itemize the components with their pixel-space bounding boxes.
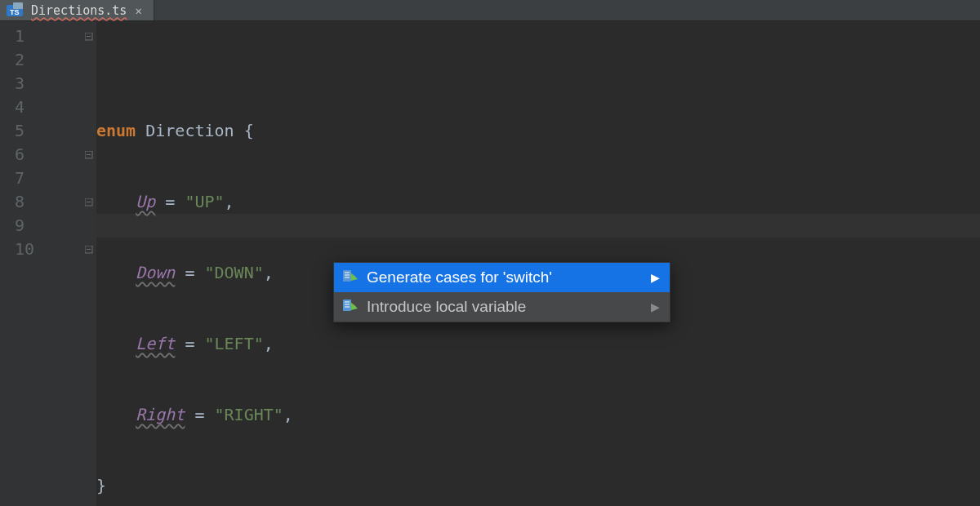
code-line[interactable]: Left = "LEFT", [96, 332, 980, 356]
typescript-file-icon: TS [7, 2, 23, 19]
svg-rect-17 [343, 300, 351, 311]
line-number: 4 [15, 95, 82, 119]
submenu-arrow-icon: ▶ [651, 300, 660, 313]
gutter: 1 2 3 4 5 6 7 8 9 10 [0, 21, 82, 506]
intention-item-label: Generate cases for 'switch' [367, 269, 643, 286]
line-number: 2 [15, 48, 82, 72]
caret-row-highlight [96, 214, 980, 237]
tab-close-icon[interactable]: ✕ [135, 5, 141, 16]
fold-marker-close-icon[interactable] [82, 143, 96, 166]
svg-text:TS: TS [10, 8, 20, 16]
line-number: 6 [15, 143, 82, 166]
tab-directions-ts[interactable]: TS Directions.ts ✕ [0, 0, 154, 20]
code-line[interactable]: } [96, 474, 980, 498]
line-number: 10 [15, 237, 82, 261]
fold-marker-open-icon[interactable] [82, 24, 96, 48]
svg-marker-15 [350, 273, 358, 281]
fold-marker-open-icon[interactable] [82, 190, 96, 214]
line-number: 3 [15, 72, 82, 95]
tab-filename: Directions.ts [31, 3, 127, 18]
code-line[interactable]: Up = "UP", [96, 190, 980, 214]
svg-marker-21 [350, 302, 358, 310]
submenu-arrow-icon: ▶ [651, 271, 660, 284]
intention-item-introduce-local-variable[interactable]: Introduce local variable ▶ [334, 292, 670, 322]
fold-marker-close-icon[interactable] [82, 237, 96, 261]
line-number: 5 [15, 119, 82, 143]
line-number: 7 [15, 166, 82, 190]
fold-column [82, 21, 96, 506]
intention-item-generate-switch-cases[interactable]: Generate cases for 'switch' ▶ [334, 263, 670, 292]
line-number: 1 [15, 24, 82, 48]
code-line[interactable]: enum Direction { [96, 119, 980, 143]
intention-bulb-icon [342, 299, 359, 315]
svg-rect-11 [343, 270, 351, 282]
line-number: 9 [15, 214, 82, 237]
intention-item-label: Introduce local variable [367, 298, 643, 316]
line-number: 8 [15, 190, 82, 214]
code-line[interactable]: Right = "RIGHT", [96, 403, 980, 427]
intention-bulb-icon [342, 269, 359, 286]
editor-window: TS Directions.ts ✕ 1 2 3 4 5 6 7 8 9 10 [0, 0, 980, 506]
tab-strip: TS Directions.ts ✕ [0, 0, 980, 21]
intention-actions-popup: Generate cases for 'switch' ▶ Introduce … [333, 262, 670, 322]
